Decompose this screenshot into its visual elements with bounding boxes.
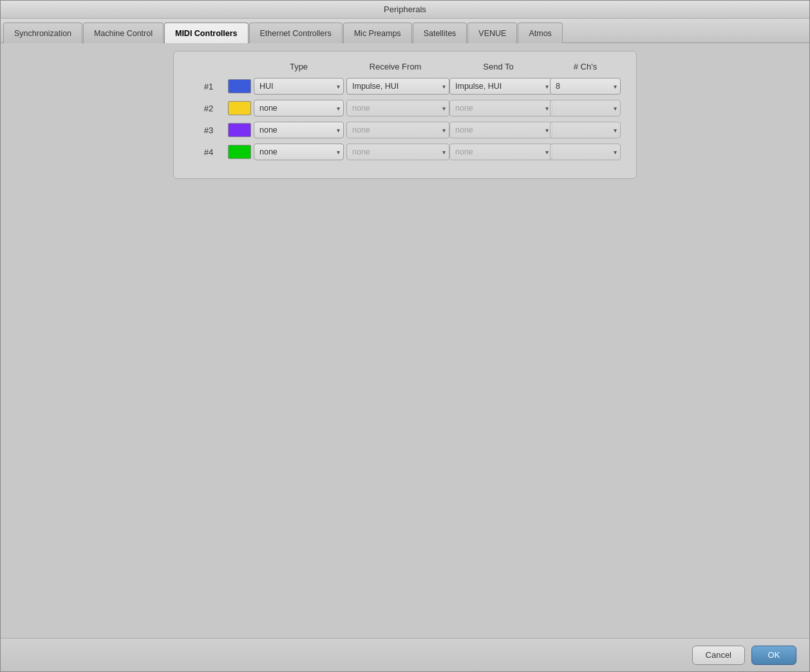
tab-sync[interactable]: Synchronization xyxy=(3,23,82,43)
chs-select-1[interactable]: 81624 xyxy=(550,78,621,95)
receive-select-1[interactable]: noneImpulse, HUI xyxy=(346,78,449,95)
row-index-1: #1 xyxy=(189,82,228,91)
tab-machine[interactable]: Machine Control xyxy=(83,23,164,43)
send-select-1[interactable]: noneImpulse, HUI xyxy=(449,78,552,95)
table-row: #3noneHUIMCP▾none▾none▾▾ xyxy=(187,122,623,138)
receive-dropdown-wrapper-4: none▾ xyxy=(346,144,449,160)
send-dropdown-wrapper-2: none▾ xyxy=(449,100,552,117)
chs-dropdown-wrapper-4: ▾ xyxy=(550,144,621,160)
cancel-button[interactable]: Cancel xyxy=(692,646,745,665)
receive-select-2[interactable]: none xyxy=(346,100,449,117)
chs-dropdown-wrapper-3: ▾ xyxy=(550,122,621,138)
type-select-3[interactable]: noneHUIMCP xyxy=(254,122,344,138)
col-header-receive: Receive From xyxy=(344,62,447,71)
col-header-chs: # Ch's xyxy=(550,62,621,71)
type-dropdown-wrapper-3: noneHUIMCP▾ xyxy=(254,122,344,138)
table-row: #4noneHUIMCP▾none▾none▾▾ xyxy=(187,144,623,160)
tab-bar: SynchronizationMachine ControlMIDI Contr… xyxy=(1,19,809,43)
chs-dropdown-wrapper-2: ▾ xyxy=(550,100,621,117)
tab-ethernet[interactable]: Ethernet Controllers xyxy=(249,23,343,43)
receive-select-3[interactable]: none xyxy=(346,122,449,138)
bottom-bar: Cancel OK xyxy=(1,638,809,671)
receive-dropdown-wrapper-2: none▾ xyxy=(346,100,449,117)
title-bar: Peripherals xyxy=(1,1,809,19)
receive-dropdown-wrapper-3: none▾ xyxy=(346,122,449,138)
tab-mic[interactable]: Mic Preamps xyxy=(343,23,412,43)
table-row: #2noneHUIMCP▾none▾none▾▾ xyxy=(187,100,623,117)
tab-midi[interactable]: MIDI Controllers xyxy=(164,23,249,43)
chs-select-4[interactable] xyxy=(550,144,621,160)
col-header-type: Type xyxy=(254,62,344,71)
type-dropdown-wrapper-1: noneHUIMCP▾ xyxy=(254,78,344,95)
chs-dropdown-wrapper-1: 81624▾ xyxy=(550,78,621,95)
window-title: Peripherals xyxy=(384,5,426,14)
row-index-4: #4 xyxy=(189,147,228,157)
chs-select-2[interactable] xyxy=(550,100,621,117)
color-swatch-1[interactable] xyxy=(228,79,251,93)
table-row: #1noneHUIMCP▾noneImpulse, HUI▾noneImpuls… xyxy=(187,78,623,95)
content-area: Type Receive From Send To # Ch's #1noneH… xyxy=(1,43,809,638)
tab-atmos[interactable]: Atmos xyxy=(518,23,562,43)
tab-satellites[interactable]: Satellites xyxy=(413,23,467,43)
send-select-2[interactable]: none xyxy=(449,100,552,117)
send-dropdown-wrapper-4: none▾ xyxy=(449,144,552,160)
send-select-3[interactable]: none xyxy=(449,122,552,138)
table-header: Type Receive From Send To # Ch's xyxy=(187,62,623,71)
peripherals-window: Peripherals SynchronizationMachine Contr… xyxy=(0,0,810,672)
color-swatch-2[interactable] xyxy=(228,101,251,115)
color-swatch-3[interactable] xyxy=(228,123,251,137)
type-select-4[interactable]: noneHUIMCP xyxy=(254,144,344,160)
ok-button[interactable]: OK xyxy=(751,646,796,665)
type-select-2[interactable]: noneHUIMCP xyxy=(254,100,344,117)
row-index-3: #3 xyxy=(189,126,228,135)
send-dropdown-wrapper-1: noneImpulse, HUI▾ xyxy=(449,78,552,95)
table-rows: #1noneHUIMCP▾noneImpulse, HUI▾noneImpuls… xyxy=(187,78,623,160)
send-dropdown-wrapper-3: none▾ xyxy=(449,122,552,138)
type-dropdown-wrapper-4: noneHUIMCP▾ xyxy=(254,144,344,160)
color-swatch-4[interactable] xyxy=(228,145,251,159)
receive-dropdown-wrapper-1: noneImpulse, HUI▾ xyxy=(346,78,449,95)
col-header-send: Send To xyxy=(447,62,550,71)
type-dropdown-wrapper-2: noneHUIMCP▾ xyxy=(254,100,344,117)
receive-select-4[interactable]: none xyxy=(346,144,449,160)
chs-select-3[interactable] xyxy=(550,122,621,138)
send-select-4[interactable]: none xyxy=(449,144,552,160)
type-select-1[interactable]: noneHUIMCP xyxy=(254,78,344,95)
tab-venue[interactable]: VENUE xyxy=(467,23,517,43)
row-index-2: #2 xyxy=(189,104,228,113)
midi-controllers-panel: Type Receive From Send To # Ch's #1noneH… xyxy=(173,51,637,179)
